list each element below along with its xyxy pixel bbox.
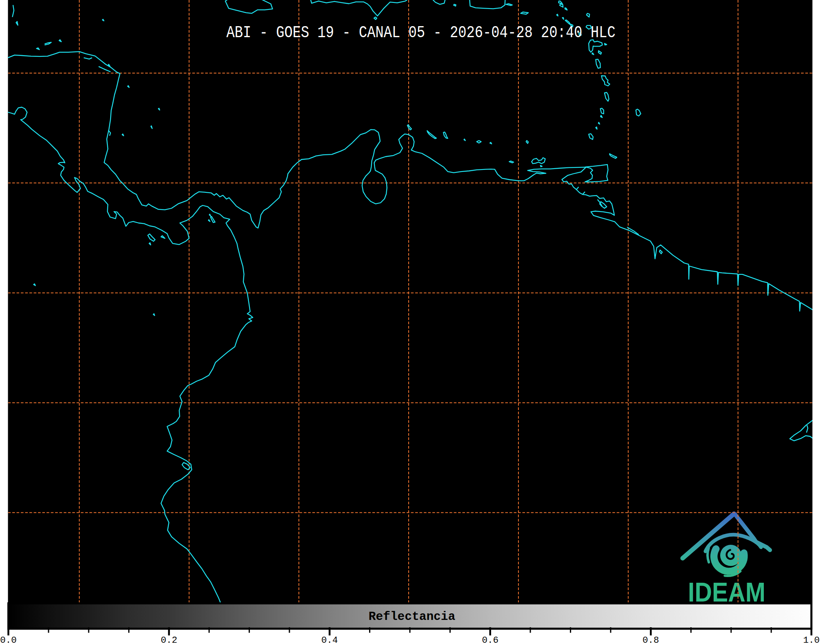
svg-text:0.2: 0.2 — [161, 635, 178, 644]
svg-text:0.4: 0.4 — [321, 635, 338, 644]
svg-text:1.0: 1.0 — [803, 635, 820, 644]
svg-text:0.0: 0.0 — [0, 635, 17, 644]
svg-text:0.8: 0.8 — [643, 635, 659, 644]
svg-text:Reflectancia: Reflectancia — [369, 610, 455, 624]
svg-text:0.6: 0.6 — [482, 635, 498, 644]
svg-text:ABI - GOES 19 - CANAL 05 - 202: ABI - GOES 19 - CANAL 05 - 2026-04-28 20… — [227, 24, 616, 42]
